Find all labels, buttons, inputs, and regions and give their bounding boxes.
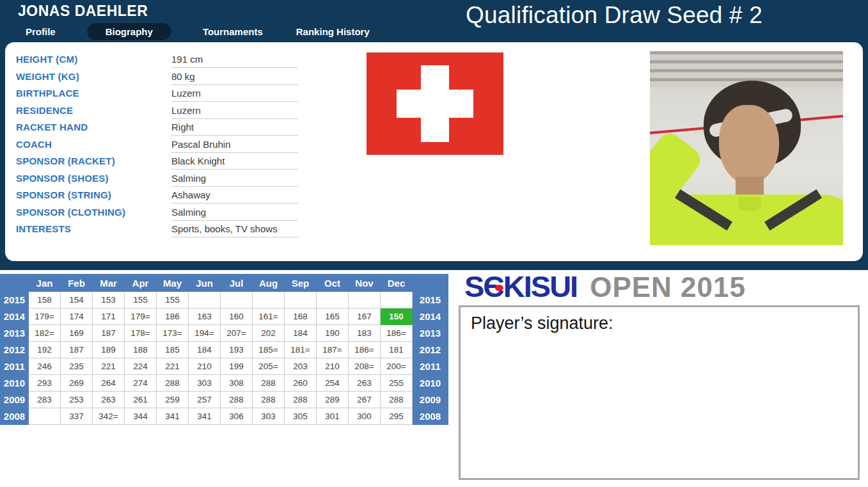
biography-card: HEIGHT (CM)191 cmWEIGHT (KG)80 kgBIRTHPL…: [5, 42, 863, 261]
rank-cell: 155: [125, 292, 157, 308]
rank-cell: 224: [125, 358, 157, 375]
year-cell-right: 2013: [413, 325, 448, 342]
rank-cell: 168: [285, 308, 317, 325]
signature-area: Player’s signature:: [459, 305, 860, 480]
tab-tournaments[interactable]: Tournaments: [200, 23, 265, 40]
bio-field-label: WEIGHT (KG): [16, 71, 171, 82]
tab-profile[interactable]: Profile: [23, 23, 58, 40]
rank-cell: 221: [93, 358, 125, 375]
month-header-dec: Dec: [381, 275, 413, 292]
rank-cell: 182=: [29, 325, 61, 342]
rank-cell: 300: [349, 408, 381, 425]
rank-cell: 269: [61, 375, 93, 392]
bio-field-label: SPONSOR (STRING): [16, 189, 171, 200]
tab-bar: ProfileBiographyTournamentsRanking Histo…: [23, 22, 372, 41]
rank-cell: 171: [93, 308, 125, 325]
rank-cell: 337: [61, 408, 93, 425]
year-cell-left: 2010: [1, 375, 29, 392]
rank-cell: 210: [317, 358, 349, 375]
rank-cell: 187=: [317, 342, 349, 358]
year-cell-right: 2008: [413, 408, 448, 425]
rank-cell: 179=: [29, 308, 61, 325]
rank-cell: 203: [285, 358, 317, 375]
rank-cell: 185=: [253, 342, 285, 358]
bio-field-label: HEIGHT (CM): [16, 54, 171, 65]
rank-cell: 205=: [253, 358, 285, 375]
month-header-apr: Apr: [125, 275, 157, 292]
rank-cell: 255: [381, 375, 413, 392]
bio-row: COACHPascal Bruhin: [16, 139, 298, 156]
ranking-table-body: 201515815415315515520152014179=174171179…: [1, 292, 448, 425]
rank-cell: 165: [317, 308, 349, 325]
rank-cell: 199: [221, 358, 253, 375]
corner-cell-left: [1, 275, 29, 292]
rank-cell: 303: [253, 408, 285, 425]
bio-field-label: SPONSOR (RACKET): [16, 156, 171, 166]
month-header-jan: Jan: [29, 275, 61, 292]
header-section: JONAS DAEHLER Qualification Draw Seed # …: [0, 0, 868, 270]
rank-cell: 178=: [125, 325, 157, 342]
corner-cell-right: [413, 275, 448, 292]
flag-cross-horizontal: [397, 90, 473, 118]
sekisui-red-dot-icon: [495, 285, 503, 291]
player-photo: [650, 51, 843, 245]
rank-cell: 190: [317, 325, 349, 342]
bio-row: SPONSOR (SHOES)Salming: [16, 173, 298, 190]
rank-cell: 263: [93, 392, 125, 408]
bio-row: RESIDENCELuzern: [16, 105, 298, 122]
rank-cell: [29, 408, 61, 425]
rank-cell: 221: [157, 358, 189, 375]
bio-field-value: Right: [171, 122, 298, 136]
photo-collar: [738, 197, 761, 211]
rank-cell-highlight: 150: [381, 308, 413, 325]
ranking-row-2013: 2013182=169187178=173=194=207=2021841901…: [1, 325, 448, 342]
rank-cell: 194=: [189, 325, 221, 342]
month-header-mar: Mar: [93, 275, 125, 292]
rank-cell: 295: [381, 408, 413, 425]
rank-cell: 289: [317, 392, 349, 408]
rank-cell: 288: [157, 375, 189, 392]
rank-cell: 161=: [253, 308, 285, 325]
month-header-oct: Oct: [317, 275, 349, 292]
rank-cell: 179=: [125, 308, 157, 325]
bio-field-value: Sports, books, TV shows: [171, 223, 298, 237]
bio-field-value: Salming: [171, 173, 298, 187]
rank-cell: 293: [29, 375, 61, 392]
rank-cell: 235: [61, 358, 93, 375]
rank-cell: 163: [189, 308, 221, 325]
month-header-may: May: [157, 275, 189, 292]
ranking-row-2015: 20151581541531551552015: [1, 292, 448, 308]
sekisui-logo-pre: S: [464, 269, 483, 303]
ranking-row-2011: 2011246235221224221210199205=203210208=2…: [1, 358, 448, 375]
sekisui-logo: SЄKISUI: [464, 269, 577, 304]
rank-cell: 253: [61, 392, 93, 408]
bio-row: INTERESTSSports, books, TV shows: [16, 223, 298, 241]
tab-ranking-history[interactable]: Ranking History: [294, 23, 372, 40]
bio-field-value: Luzern: [171, 88, 298, 102]
rank-cell: 259: [157, 392, 189, 408]
bio-field-label: SPONSOR (SHOES): [16, 173, 171, 184]
month-header-nov: Nov: [349, 275, 381, 292]
rank-cell: 254: [317, 375, 349, 392]
bio-row: BIRTHPLACELuzern: [16, 88, 298, 105]
ranking-row-2014: 2014179=174171179=186163160161=168165167…: [1, 308, 448, 325]
year-cell-right: 2014: [413, 308, 448, 325]
rank-cell: 257: [189, 392, 221, 408]
rank-cell: 167: [349, 308, 381, 325]
year-cell-left: 2008: [1, 408, 29, 425]
rank-cell: 184: [285, 325, 317, 342]
rank-cell: 260: [285, 375, 317, 392]
rank-cell: 155: [157, 292, 189, 308]
rank-cell: 202: [253, 325, 285, 342]
bio-row: SPONSOR (STRING)Ashaway: [16, 189, 298, 207]
signature-label: Player’s signature:: [471, 314, 858, 333]
rank-cell: 158: [29, 292, 61, 308]
rank-cell: 189: [93, 342, 125, 358]
rank-cell: [349, 292, 381, 308]
rank-cell: 308: [221, 375, 253, 392]
tab-biography[interactable]: Biography: [86, 22, 172, 41]
rank-cell: 187: [93, 325, 125, 342]
bio-field-label: RACKET HAND: [16, 122, 171, 132]
page: JONAS DAEHLER Qualification Draw Seed # …: [0, 0, 868, 487]
rank-cell: 341: [189, 408, 221, 425]
